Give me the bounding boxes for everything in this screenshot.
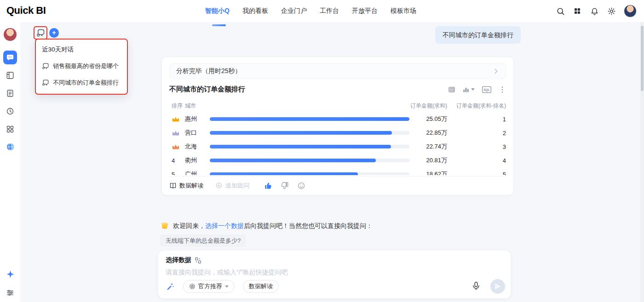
bar-track (210, 117, 409, 121)
official-recommend-chip[interactable]: 官方推荐 (183, 280, 235, 293)
bar-fill (210, 145, 391, 148)
recommend-icon (189, 283, 196, 290)
interpret-book-icon (169, 182, 177, 189)
sidebar-settings-sliders-icon[interactable] (6, 288, 15, 297)
gear-icon[interactable] (607, 6, 616, 16)
bar-fill (210, 117, 409, 121)
medal-gold-icon (172, 116, 180, 122)
bar-track (210, 159, 409, 162)
feedback-group (264, 182, 305, 190)
table-rows-viewport[interactable]: 惠州 25.05万 1 营口 22.85万 2 北海 22.74万 3 4 衢州… (169, 112, 506, 175)
value-cell: 22.85万 (409, 129, 447, 137)
active-nav-underline (212, 24, 226, 26)
table-row: 营口 22.85万 2 (169, 126, 506, 140)
table-view-icon[interactable] (448, 86, 455, 93)
analysis-status-text: 分析完毕（用时25秒） (176, 67, 242, 75)
history-item[interactable]: 不同城市的订单金额排行 (42, 79, 121, 87)
paper-plane-icon (494, 283, 501, 290)
bar-track (210, 131, 409, 135)
apps-grid-icon[interactable] (573, 6, 582, 16)
bell-icon[interactable] (590, 6, 599, 16)
chart-view-selector[interactable] (462, 86, 475, 93)
col-order-amount-rank: 订单金额(求和-排名) (447, 102, 506, 110)
history-item-label: 不同城市的订单金额排行 (53, 79, 119, 87)
question-input[interactable] (166, 268, 442, 276)
table-row: 北海 22.74万 3 (169, 140, 506, 154)
sidebar-item-history[interactable] (6, 107, 15, 116)
value-cell: 22.74万 (409, 142, 447, 151)
nav-item-workbench[interactable]: 工作台 (320, 7, 339, 15)
city-cell: 北海 (185, 142, 210, 151)
value-rank-cell: 1 (447, 116, 506, 123)
followup-chat-icon (215, 182, 223, 189)
history-popup: 近30天对话 销售额最高的省份是哪个 不同城市的订单金额排行 (35, 39, 128, 95)
feedback-smiley-icon[interactable] (297, 182, 305, 190)
bar-track (210, 172, 409, 175)
chevron-right-icon (493, 68, 499, 74)
welcome-text: 欢迎回来，选择一个数据后向我提问吧！当然您也可以直接向我提问： (173, 222, 373, 230)
magic-wand-icon[interactable] (166, 282, 175, 291)
nav-item-enterprise-portal[interactable]: 企业门户 (281, 7, 307, 15)
table-row: 5 广州 18.62万 5 (169, 167, 506, 175)
select-data-control[interactable]: 选择数据 (166, 256, 503, 264)
interpret-label: 数据解读 (179, 182, 203, 190)
col-order-amount: 订单金额(求和) (409, 102, 447, 110)
sidebar-item-chat[interactable] (3, 51, 17, 64)
welcome-message: 欢迎回来，选择一个数据后向我提问吧！当然您也可以直接向我提问： (160, 222, 373, 231)
value-cell: 20.81万 (409, 156, 447, 165)
col-rank: 排序 (169, 102, 185, 110)
data-interpret-chip[interactable]: 数据解读 (243, 280, 279, 293)
rank-cell: 4 (169, 157, 185, 164)
result-title: 不同城市的订单金额排行 (169, 85, 245, 94)
send-button[interactable] (490, 279, 505, 294)
more-options-icon[interactable]: ⋮ (499, 86, 506, 93)
sidebar-avatar[interactable] (4, 28, 17, 41)
sidebar-item-globe[interactable] (6, 142, 15, 151)
history-item-label: 销售额最高的省份是哪个 (53, 62, 119, 70)
medal-silver-icon (172, 130, 180, 136)
scrollbar-track[interactable] (640, 22, 644, 302)
followup-label: 追加提问 (225, 182, 249, 190)
primary-nav: 智能小Q 我的看板 企业门户 工作台 开放平台 模板市场 (205, 0, 416, 22)
top-navigation-bar: Quick BI 智能小Q 我的看板 企业门户 工作台 开放平台 模板市场 (0, 0, 644, 22)
sidebar-item-reports[interactable] (6, 71, 15, 80)
scrollbar-thumb[interactable] (641, 26, 644, 91)
bar-fill (210, 159, 376, 162)
col-city: 城市 (185, 102, 210, 110)
new-conversation-button[interactable]: + (49, 28, 59, 38)
user-avatar[interactable] (624, 5, 637, 17)
search-icon[interactable] (556, 6, 565, 16)
thumb-up-icon[interactable] (264, 182, 272, 190)
choose-dataset-link[interactable]: 选择一个数据 (205, 222, 244, 229)
nav-item-my-dashboard[interactable]: 我的看板 (242, 7, 268, 15)
bar-fill (210, 131, 392, 135)
data-interpret-button[interactable]: 数据解读 (169, 182, 203, 190)
followup-question-button[interactable]: 追加提问 (215, 182, 249, 190)
nav-item-smart-q[interactable]: 智能小Q (205, 7, 230, 15)
chat-bubble-icon (6, 53, 14, 62)
analysis-status-bar[interactable]: 分析完毕（用时25秒） (169, 63, 506, 79)
user-message-bubble: 不同城市的订单金额排行 (435, 26, 521, 44)
analysis-card-footer: 数据解读 追加提问 (169, 176, 506, 195)
history-item[interactable]: 销售额最高的省份是哪个 (42, 62, 121, 70)
question-composer: 选择数据 官方推荐 数据解读 (158, 251, 511, 298)
conversation-history-icon[interactable] (35, 28, 46, 38)
nav-actions (556, 0, 637, 22)
city-cell: 惠州 (185, 115, 210, 123)
microphone-icon[interactable] (471, 281, 482, 292)
thumb-down-icon[interactable] (281, 182, 289, 190)
nav-item-open-platform[interactable]: 开放平台 (352, 7, 378, 15)
quickbi-logo[interactable]: Quick BI (6, 5, 46, 17)
value-cell: 18.62万 (409, 170, 447, 175)
suggested-question-chip[interactable]: 无线端下单的总金额是多少? (160, 234, 246, 247)
sidebar-sparkle-icon[interactable] (6, 269, 15, 279)
chat-history-icon (42, 79, 49, 86)
table-row: 4 衢州 20.81万 4 (169, 154, 506, 167)
sql-view-icon[interactable]: SQL (482, 86, 492, 93)
medal-bronze-icon (172, 143, 180, 150)
nav-item-template-market[interactable]: 模板市场 (391, 7, 416, 15)
sidebar-item-apps[interactable] (6, 125, 15, 134)
sidebar-item-documents[interactable] (6, 89, 15, 98)
chat-history-icon (42, 63, 49, 70)
chart-toolbar: SQL ⋮ (448, 86, 506, 93)
